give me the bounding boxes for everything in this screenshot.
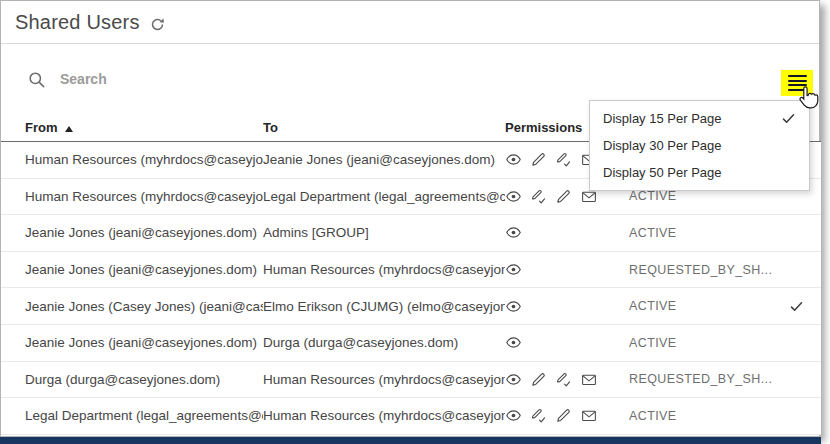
- status-cell: ACTIVE: [629, 189, 781, 203]
- from-cell: Jeanie Jones (jeani@caseyjones.dom): [25, 262, 263, 277]
- to-cell: Jeanie Jones (jeani@caseyjones.dom): [263, 152, 505, 167]
- selection-cell: [781, 299, 821, 314]
- column-header-to[interactable]: To: [263, 120, 505, 135]
- refresh-icon: [150, 20, 165, 35]
- to-cell: Human Resources (myhrdocs@caseyjon...: [263, 372, 505, 387]
- refresh-button[interactable]: [150, 17, 165, 32]
- to-cell: Elmo Erikson (CJUMG) (elmo@caseyjon...: [263, 299, 505, 314]
- search-input[interactable]: [58, 70, 382, 88]
- to-cell: Durga (durga@caseyjones.dom): [263, 335, 505, 350]
- per-page-menu: Display 15 Per PageDisplay 30 Per PageDi…: [589, 100, 810, 191]
- status-cell: ACTIVE: [629, 226, 781, 240]
- menu-item-display-30-per-page[interactable]: Display 30 Per Page: [590, 132, 809, 159]
- menu-item-display-15-per-page[interactable]: Display 15 Per Page: [590, 105, 809, 132]
- menu-item-label: Display 30 Per Page: [603, 138, 722, 153]
- menu-item-display-50-per-page[interactable]: Display 50 Per Page: [590, 159, 809, 186]
- to-cell: Human Resources (myhrdocs@caseyjon...: [263, 262, 505, 277]
- send-permission-icon: [580, 371, 598, 388]
- view-permission-icon: [505, 224, 522, 241]
- view-permission-icon: [505, 298, 522, 315]
- view-permission-icon: [505, 334, 522, 351]
- sign-permission-icon: [555, 371, 572, 388]
- page-title: Shared Users: [15, 11, 140, 34]
- column-header-from[interactable]: From: [25, 120, 263, 135]
- edit-permission-icon: [530, 371, 547, 388]
- permissions-cell: [505, 334, 629, 351]
- edit-permission-icon: [555, 188, 572, 205]
- status-cell: REQUESTED_BY_SH...: [629, 263, 781, 277]
- table-row[interactable]: Legal Department (legal_agreements@c...H…: [1, 398, 821, 435]
- send-permission-icon: [580, 407, 598, 424]
- to-cell: Legal Department (legal_agreements@c...: [263, 189, 505, 204]
- app-window: Shared Users FromToPermissions Human Res…: [0, 0, 820, 437]
- menu-item-label: Display 50 Per Page: [603, 165, 722, 180]
- column-label: From: [25, 120, 58, 135]
- view-permission-icon: [505, 151, 522, 168]
- check-icon: [781, 111, 796, 126]
- permissions-cell: [505, 261, 629, 278]
- table-row[interactable]: Jeanie Jones (jeani@caseyjones.dom)Human…: [1, 252, 821, 289]
- sign-permission-icon: [555, 151, 572, 168]
- status-cell: ACTIVE: [629, 299, 781, 313]
- view-permission-icon: [505, 407, 522, 424]
- to-cell: Admins [GROUP]: [263, 225, 505, 240]
- edit-permission-icon: [530, 151, 547, 168]
- from-cell: Durga (durga@caseyjones.dom): [25, 372, 263, 387]
- window-bottom-edge: [0, 437, 821, 444]
- permissions-cell: [505, 371, 629, 388]
- from-cell: Human Resources (myhrdocs@caseyjon...: [25, 189, 263, 204]
- permissions-cell: [505, 407, 629, 424]
- view-permission-icon: [505, 261, 522, 278]
- edit-permission-icon: [555, 407, 572, 424]
- table-row[interactable]: Jeanie Jones (jeani@caseyjones.dom)Admin…: [1, 215, 821, 252]
- permissions-cell: [505, 224, 629, 241]
- table-row[interactable]: Jeanie Jones (Casey Jones) (jeani@caseyj…: [1, 288, 821, 325]
- status-cell: ACTIVE: [629, 336, 781, 350]
- selected-check-icon: [789, 299, 804, 314]
- sort-ascending-icon: [65, 126, 73, 132]
- view-permission-icon: [505, 188, 522, 205]
- column-label: To: [263, 120, 278, 135]
- permissions-cell: [505, 298, 629, 315]
- sign-permission-icon: [530, 188, 547, 205]
- column-label: Permissions: [505, 120, 582, 135]
- status-cell: ACTIVE: [629, 409, 781, 423]
- table-row[interactable]: Jeanie Jones (jeani@caseyjones.dom)Durga…: [1, 325, 821, 362]
- hamburger-icon: [788, 75, 807, 91]
- view-permission-icon: [505, 371, 522, 388]
- search-icon: [27, 70, 46, 89]
- from-cell: Jeanie Jones (jeani@caseyjones.dom): [25, 225, 263, 240]
- from-cell: Jeanie Jones (jeani@caseyjones.dom): [25, 335, 263, 350]
- from-cell: Legal Department (legal_agreements@c...: [25, 408, 263, 423]
- from-cell: Human Resources (myhrdocs@caseyjon...: [25, 152, 263, 167]
- sign-permission-icon: [530, 407, 547, 424]
- status-cell: REQUESTED_BY_SH...: [629, 372, 781, 386]
- menu-item-label: Display 15 Per Page: [603, 111, 722, 126]
- from-cell: Jeanie Jones (Casey Jones) (jeani@caseyj…: [25, 299, 263, 314]
- options-menu-button[interactable]: [781, 70, 813, 96]
- table-row[interactable]: Durga (durga@caseyjones.dom)Human Resour…: [1, 362, 821, 399]
- to-cell: Human Resources (myhrdocs@caseyjon...: [263, 408, 505, 423]
- title-bar: Shared Users: [1, 1, 819, 44]
